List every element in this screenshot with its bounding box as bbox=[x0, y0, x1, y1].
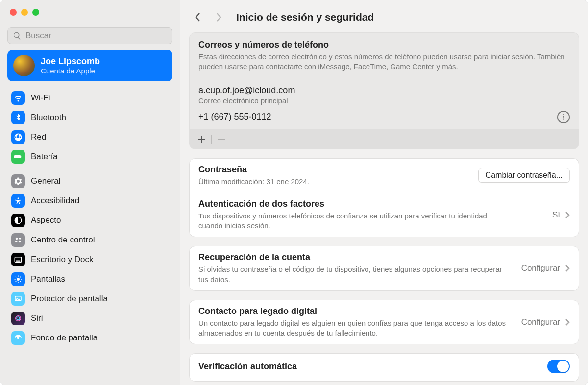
svg-rect-3 bbox=[19, 238, 22, 240]
svg-rect-13 bbox=[218, 139, 225, 140]
displays-icon bbox=[11, 272, 25, 286]
search-icon bbox=[13, 31, 22, 40]
sidebar-item-control-center[interactable]: Centro de control bbox=[7, 230, 172, 250]
sidebar-item-accessibility[interactable]: Accesibilidad bbox=[7, 191, 172, 211]
account-recovery-title: Recuperación de la cuenta bbox=[198, 252, 521, 263]
primary-email-label: Correo electrónico principal bbox=[198, 96, 570, 105]
main-content: Inicio de sesión y seguridad Correos y n… bbox=[180, 0, 588, 385]
auto-verify-row: Verificación automática bbox=[190, 354, 579, 381]
sidebar-item-general[interactable]: General bbox=[7, 171, 172, 191]
sidebar-item-appearance[interactable]: Aspecto bbox=[7, 211, 172, 230]
svg-point-8 bbox=[17, 278, 20, 281]
password-row: Contraseña Última modificación: 31 ene 2… bbox=[190, 159, 579, 192]
svg-point-4 bbox=[19, 241, 21, 243]
sidebar-nav: Wi-Fi Bluetooth Red Batería Ge bbox=[0, 85, 180, 356]
auto-verify-toggle[interactable] bbox=[547, 360, 570, 373]
siri-icon bbox=[11, 312, 25, 325]
password-title: Contraseña bbox=[198, 165, 478, 175]
change-password-button[interactable]: Cambiar contraseña... bbox=[478, 168, 570, 183]
accessibility-icon bbox=[11, 194, 25, 208]
password-desc: Última modificación: 31 ene 2024. bbox=[198, 177, 478, 187]
sidebar-account-row[interactable]: Joe Lipscomb Cuenta de Apple bbox=[7, 50, 172, 81]
svg-point-0 bbox=[18, 197, 19, 199]
fullscreen-window-button[interactable] bbox=[32, 9, 39, 16]
globe-icon bbox=[11, 130, 25, 144]
legacy-contact-desc: Un contacto para legado digital es algui… bbox=[198, 318, 512, 338]
nav-label: Bluetooth bbox=[31, 113, 66, 122]
sidebar-item-wallpaper[interactable]: Fondo de pantalla bbox=[7, 328, 172, 348]
legacy-contact-card: Contacto para legado digital Un contacto… bbox=[189, 300, 579, 345]
account-recovery-row[interactable]: Recuperación de la cuenta Si olvidas tu … bbox=[190, 246, 579, 290]
minimize-window-button[interactable] bbox=[21, 9, 28, 16]
gear-icon bbox=[11, 174, 25, 188]
phone-number: +1 (667) 555-0112 bbox=[198, 112, 557, 122]
battery-icon bbox=[11, 150, 25, 164]
sidebar-item-screensaver[interactable]: Protector de pantalla bbox=[7, 289, 172, 309]
close-window-button[interactable] bbox=[10, 9, 17, 16]
svg-point-2 bbox=[16, 238, 18, 240]
legacy-contact-title: Contacto para legado digital bbox=[198, 306, 521, 316]
auto-verify-card: Verificación automática bbox=[189, 353, 579, 382]
account-recovery-action: Configurar bbox=[521, 264, 560, 273]
header: Inicio de sesión y seguridad bbox=[180, 0, 588, 32]
nav-label: Red bbox=[31, 132, 46, 142]
screensaver-icon bbox=[11, 292, 25, 306]
chevron-right-icon bbox=[565, 265, 570, 272]
window-controls bbox=[0, 0, 180, 23]
sidebar-item-wifi[interactable]: Wi-Fi bbox=[7, 88, 172, 108]
two-factor-desc: Tus dispositivos y números telefónicos d… bbox=[198, 211, 512, 231]
sidebar-item-desktop-dock[interactable]: Escritorio y Dock bbox=[7, 250, 172, 269]
two-factor-row[interactable]: Autenticación de dos factores Tus dispos… bbox=[190, 193, 579, 237]
account-recovery-desc: Si olvidas tu contraseña o el código de … bbox=[198, 265, 512, 285]
password-card: Contraseña Última modificación: 31 ene 2… bbox=[189, 158, 579, 238]
sidebar-item-siri[interactable]: Siri bbox=[7, 309, 172, 328]
phone-row[interactable]: +1 (667) 555-0112 i bbox=[190, 107, 579, 129]
auto-verify-title: Verificación automática bbox=[198, 361, 547, 372]
chevron-right-icon bbox=[565, 318, 570, 326]
account-name: Joe Lipscomb bbox=[41, 56, 100, 67]
sidebar: Joe Lipscomb Cuenta de Apple Wi-Fi Bluet… bbox=[0, 0, 180, 385]
svg-rect-7 bbox=[16, 261, 21, 262]
legacy-contact-action: Configurar bbox=[521, 317, 560, 327]
nav-label: Aspecto bbox=[31, 216, 61, 225]
contacts-card: Correos y números de teléfono Estas dire… bbox=[189, 32, 579, 149]
svg-rect-5 bbox=[15, 241, 18, 242]
nav-label: Accesibilidad bbox=[31, 196, 79, 206]
phone-info-button[interactable]: i bbox=[557, 111, 570, 123]
add-contact-button[interactable] bbox=[195, 132, 208, 146]
chevron-right-icon bbox=[565, 211, 570, 219]
remove-contact-button[interactable] bbox=[215, 132, 228, 146]
nav-label: Batería bbox=[31, 152, 58, 162]
nav-label: Centro de control bbox=[31, 235, 95, 245]
settings-window: Joe Lipscomb Cuenta de Apple Wi-Fi Bluet… bbox=[0, 0, 588, 385]
nav-label: Fondo de pantalla bbox=[31, 333, 98, 343]
back-button[interactable] bbox=[189, 9, 206, 25]
minus-icon bbox=[218, 135, 225, 143]
nav-label: General bbox=[31, 176, 60, 186]
nav-label: Escritorio y Dock bbox=[31, 255, 94, 265]
nav-label: Siri bbox=[31, 313, 43, 323]
sidebar-item-displays[interactable]: Pantallas bbox=[7, 269, 172, 289]
forward-button[interactable] bbox=[211, 9, 227, 25]
contacts-desc: Estas direcciones de correo electrónico … bbox=[198, 52, 570, 72]
search-field[interactable] bbox=[7, 27, 172, 44]
two-factor-status: Sí bbox=[552, 210, 560, 220]
plus-icon bbox=[197, 135, 205, 143]
appearance-icon bbox=[11, 214, 25, 227]
sidebar-item-network[interactable]: Red bbox=[7, 127, 172, 147]
sidebar-item-bluetooth[interactable]: Bluetooth bbox=[7, 108, 172, 127]
primary-email-row[interactable]: a.cup.of.joe@icloud.com Correo electróni… bbox=[190, 79, 579, 107]
sidebar-item-battery[interactable]: Batería bbox=[7, 147, 172, 167]
wallpaper-icon bbox=[11, 331, 25, 345]
page-title: Inicio de sesión y seguridad bbox=[236, 11, 374, 23]
dock-icon bbox=[11, 253, 25, 266]
nav-label: Protector de pantalla bbox=[31, 294, 108, 304]
bluetooth-icon bbox=[11, 111, 25, 124]
search-input[interactable] bbox=[25, 31, 167, 41]
svg-point-11 bbox=[17, 317, 20, 320]
legacy-contact-row[interactable]: Contacto para legado digital Un contacto… bbox=[190, 300, 579, 344]
account-subtitle: Cuenta de Apple bbox=[41, 67, 100, 75]
contacts-title: Correos y números de teléfono bbox=[198, 40, 570, 50]
avatar bbox=[13, 55, 35, 76]
two-factor-title: Autenticación de dos factores bbox=[198, 199, 552, 209]
